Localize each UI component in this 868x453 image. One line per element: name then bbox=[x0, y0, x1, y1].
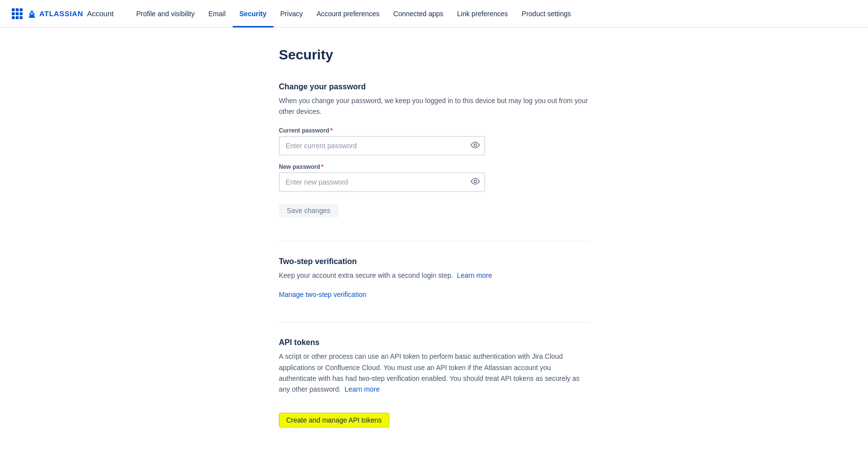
change-password-section: Change your password When you change you… bbox=[279, 82, 589, 217]
two-step-title: Two-step verification bbox=[279, 257, 589, 266]
nav-item-product-settings[interactable]: Product settings bbox=[515, 0, 578, 27]
divider-2 bbox=[279, 322, 589, 322]
two-step-section: Two-step verification Keep your account … bbox=[279, 257, 589, 298]
nav-link-email[interactable]: Email bbox=[202, 0, 233, 27]
api-tokens-desc: A script or other process can use an API… bbox=[279, 351, 589, 395]
save-changes-button[interactable]: Save changes bbox=[279, 204, 338, 217]
new-password-toggle-icon[interactable] bbox=[470, 176, 480, 187]
create-api-tokens-button[interactable]: Create and manage API tokens bbox=[279, 413, 389, 427]
new-password-group: New password* bbox=[279, 163, 589, 192]
nav-link-product-settings[interactable]: Product settings bbox=[515, 0, 578, 27]
nav-item-connected-apps[interactable]: Connected apps bbox=[386, 0, 450, 27]
nav-link-connected-apps[interactable]: Connected apps bbox=[386, 0, 450, 27]
new-password-input[interactable] bbox=[279, 172, 485, 192]
nav-links: Profile and visibility Email Security Pr… bbox=[129, 0, 578, 27]
atlassian-logo: ATLASSIAN bbox=[27, 8, 83, 19]
nav-item-privacy[interactable]: Privacy bbox=[273, 0, 310, 27]
nav-link-account-prefs[interactable]: Account preferences bbox=[310, 0, 386, 27]
nav-link-link-prefs[interactable]: Link preferences bbox=[450, 0, 515, 27]
svg-point-1 bbox=[474, 180, 477, 183]
nav-item-profile[interactable]: Profile and visibility bbox=[129, 0, 201, 27]
change-password-desc: When you change your password, we keep y… bbox=[279, 95, 589, 117]
main-content: Security Change your password When you c… bbox=[267, 27, 601, 453]
account-text: Account bbox=[87, 9, 113, 18]
atlassian-text: ATLASSIAN bbox=[39, 9, 83, 18]
nav-item-account-prefs[interactable]: Account preferences bbox=[310, 0, 386, 27]
svg-point-0 bbox=[474, 144, 477, 146]
nav-link-security[interactable]: Security bbox=[233, 0, 273, 27]
current-password-wrapper bbox=[279, 136, 485, 156]
nav-link-privacy[interactable]: Privacy bbox=[273, 0, 310, 27]
nav-link-profile[interactable]: Profile and visibility bbox=[129, 0, 201, 27]
nav-item-email[interactable]: Email bbox=[202, 0, 233, 27]
new-password-label: New password* bbox=[279, 163, 589, 170]
current-password-label: Current password* bbox=[279, 127, 589, 134]
atlassian-logo-icon bbox=[27, 8, 37, 19]
new-password-required: * bbox=[321, 163, 324, 170]
brand-logo[interactable]: ATLASSIAN Account bbox=[12, 8, 113, 19]
api-tokens-section: API tokens A script or other process can… bbox=[279, 338, 589, 427]
new-password-wrapper bbox=[279, 172, 485, 192]
change-password-title: Change your password bbox=[279, 82, 589, 91]
api-tokens-title: API tokens bbox=[279, 338, 589, 347]
nav-item-security[interactable]: Security bbox=[233, 0, 273, 27]
api-tokens-learn-more-link[interactable]: Learn more bbox=[345, 385, 380, 393]
manage-two-step-link[interactable]: Manage two-step verification bbox=[279, 291, 589, 298]
app-grid-icon bbox=[12, 8, 23, 19]
current-password-group: Current password* bbox=[279, 127, 589, 156]
current-password-toggle-icon[interactable] bbox=[470, 140, 480, 151]
two-step-learn-more-link[interactable]: Learn more bbox=[457, 271, 492, 279]
top-navigation: ATLASSIAN Account Profile and visibility… bbox=[0, 0, 868, 27]
two-step-desc: Keep your account extra secure with a se… bbox=[279, 270, 589, 281]
page-title: Security bbox=[279, 47, 589, 63]
current-password-required: * bbox=[330, 127, 333, 134]
current-password-input[interactable] bbox=[279, 136, 485, 156]
divider-1 bbox=[279, 241, 589, 241]
nav-item-link-prefs[interactable]: Link preferences bbox=[450, 0, 515, 27]
